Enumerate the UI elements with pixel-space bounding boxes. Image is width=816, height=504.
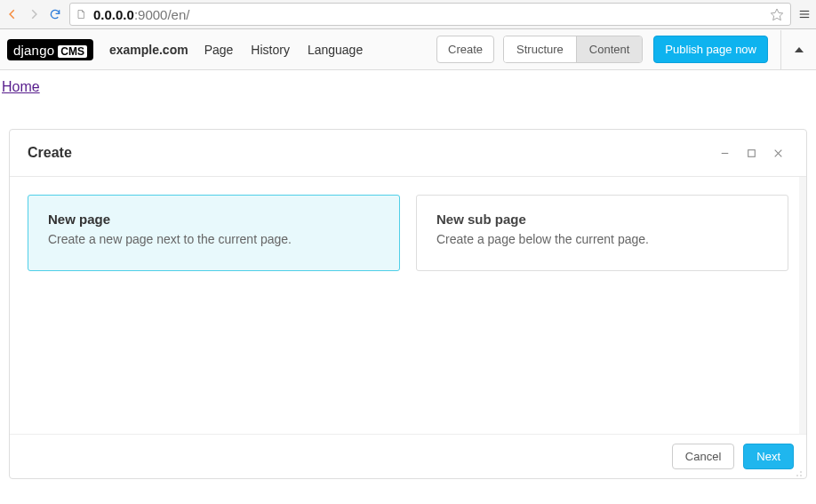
modal-close-icon[interactable] [767,142,788,164]
modal-scrollbar[interactable] [799,177,806,434]
cancel-button[interactable]: Cancel [672,444,734,469]
modal-title: Create [28,145,708,161]
svg-point-10 [800,475,802,476]
browser-menu-icon[interactable] [795,1,814,28]
modal-minimize-icon[interactable] [714,142,735,164]
url-rest: :9000/en/ [134,7,190,22]
url-text: 0.0.0.0:9000/en/ [93,7,762,22]
browser-chrome: 0.0.0.0:9000/en/ [0,0,816,29]
url-host: 0.0.0.0 [93,7,134,22]
back-button[interactable] [2,1,23,28]
modal-body: New page Create a new page next to the c… [10,177,806,435]
svg-marker-0 [771,9,782,20]
create-button[interactable]: Create [436,36,494,63]
svg-rect-6 [748,149,755,156]
logo-primary-text: django [13,43,54,58]
reload-button[interactable] [44,1,66,28]
cms-logo[interactable]: django CMS [7,39,93,60]
page-content: Home [0,70,816,104]
structure-tab[interactable]: Structure [504,36,576,62]
resize-grip-icon[interactable] [794,466,803,475]
site-name[interactable]: example.com [109,43,188,57]
option-new-sub-page[interactable]: New sub page Create a page below the cur… [416,195,788,271]
create-modal: Create New page Create a new page next t… [9,129,807,479]
view-mode-toggle: Structure Content [503,36,643,63]
logo-badge-text: CMS [58,45,87,58]
svg-point-9 [800,471,802,473]
option-desc: Create a new page next to the current pa… [48,232,380,246]
content-tab[interactable]: Content [576,36,643,62]
url-bar[interactable]: 0.0.0.0:9000/en/ [69,3,791,26]
option-desc: Create a page below the current page. [436,232,768,246]
toolbar-collapse-toggle[interactable] [780,30,816,69]
option-title: New sub page [436,212,768,227]
publish-button[interactable]: Publish page now [653,36,768,63]
svg-point-11 [796,475,798,476]
menu-language[interactable]: Language [308,43,363,57]
modal-header: Create [10,130,806,177]
page-icon [76,8,86,20]
option-new-page[interactable]: New page Create a new page next to the c… [28,195,400,271]
forward-button[interactable] [23,1,44,28]
next-button[interactable]: Next [743,444,794,469]
menu-page[interactable]: Page [204,43,234,57]
logo-box: django CMS [7,39,93,60]
option-title: New page [48,212,380,227]
menu-history[interactable]: History [251,43,290,57]
cms-toolbar: django CMS example.com Page History Lang… [0,29,816,70]
home-link[interactable]: Home [2,79,40,94]
svg-marker-4 [795,47,804,52]
modal-maximize-icon[interactable] [740,142,762,164]
bookmark-star-icon[interactable] [769,6,785,22]
modal-footer: Cancel Next [10,435,806,478]
